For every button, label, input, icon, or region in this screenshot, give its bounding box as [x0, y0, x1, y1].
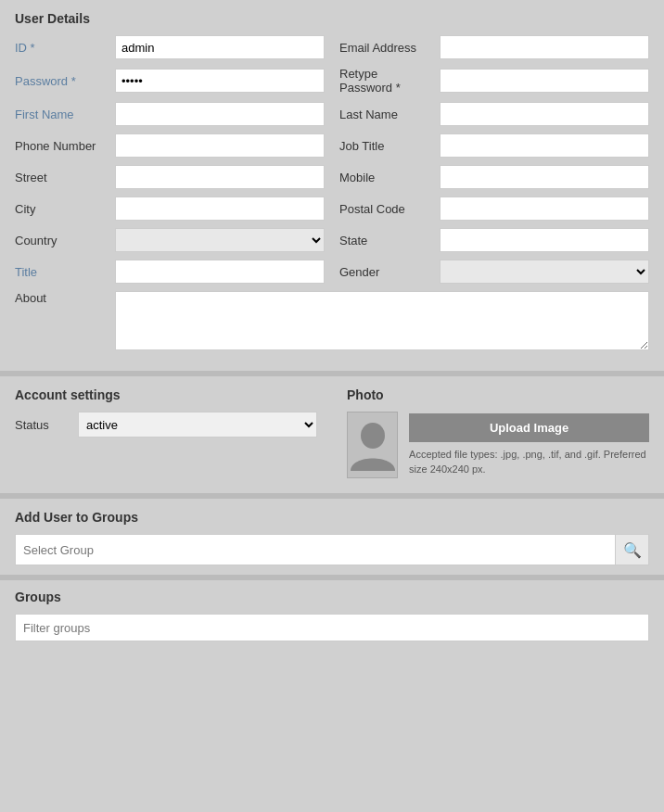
- gender-row: Gender Male Female: [339, 260, 649, 284]
- svg-point-0: [361, 423, 385, 449]
- account-photo-row: Account settings Status active inactive …: [0, 376, 664, 493]
- street-input[interactable]: [115, 165, 325, 189]
- retype-password-row: Retype Password *: [339, 67, 649, 95]
- status-row: Status active inactive pending: [15, 412, 317, 438]
- mobile-label: Mobile: [339, 171, 432, 184]
- user-details-form: ID * Email Address Password * Retype Pas…: [15, 35, 649, 350]
- about-textarea[interactable]: [115, 291, 649, 350]
- status-select[interactable]: active inactive pending: [78, 412, 317, 438]
- lastname-label: Last Name: [339, 108, 432, 121]
- photo-container: Upload Image Accepted file types: .jpg, …: [347, 412, 649, 478]
- title-input[interactable]: [115, 260, 325, 284]
- retype-password-input[interactable]: [440, 69, 649, 93]
- search-icon: 🔍: [623, 541, 642, 559]
- email-row: Email Address: [339, 35, 649, 59]
- retype-password-label: Retype Password *: [339, 67, 432, 95]
- mobile-input[interactable]: [440, 165, 649, 189]
- upload-image-button[interactable]: Upload Image: [409, 413, 649, 442]
- postalcode-input[interactable]: [440, 197, 649, 221]
- password-label: Password *: [15, 74, 108, 88]
- account-settings-title: Account settings: [15, 387, 317, 402]
- jobtitle-row: Job Title: [339, 133, 649, 158]
- title-row: Title: [15, 260, 325, 284]
- jobtitle-input[interactable]: [440, 133, 649, 158]
- photo-title: Photo: [347, 387, 649, 402]
- about-row: About: [15, 291, 649, 350]
- photo-placeholder: [347, 412, 398, 478]
- about-label: About: [15, 291, 108, 305]
- country-select[interactable]: [115, 228, 325, 252]
- postalcode-row: Postal Code: [339, 197, 649, 221]
- id-input[interactable]: [115, 35, 325, 59]
- groups-search-row: 🔍: [15, 534, 649, 565]
- photo-hint: Accepted file types: .jpg, .png, .tif, a…: [409, 448, 649, 476]
- city-label: City: [15, 202, 108, 216]
- firstname-input[interactable]: [115, 102, 325, 126]
- firstname-label: First Name: [15, 108, 108, 121]
- gender-select[interactable]: Male Female: [440, 260, 649, 284]
- status-label: Status: [15, 418, 70, 432]
- id-row: ID *: [15, 35, 325, 59]
- photo-info: Upload Image Accepted file types: .jpg, …: [409, 413, 649, 476]
- mobile-row: Mobile: [339, 165, 649, 189]
- lastname-input[interactable]: [440, 102, 649, 126]
- gender-label: Gender: [339, 265, 432, 279]
- account-settings-section: Account settings Status active inactive …: [0, 376, 332, 493]
- phone-row: Phone Number: [15, 133, 325, 158]
- country-label: Country: [15, 234, 108, 247]
- state-row: State: [339, 228, 649, 252]
- state-label: State: [339, 234, 432, 247]
- user-details-title: User Details: [15, 11, 649, 26]
- lastname-row: Last Name: [339, 102, 649, 126]
- city-row: City: [15, 197, 325, 221]
- street-row: Street: [15, 165, 325, 189]
- password-input[interactable]: [115, 69, 325, 93]
- groups-title: Groups: [15, 590, 649, 604]
- add-groups-title: Add User to Groups: [15, 510, 649, 525]
- user-details-section: User Details ID * Email Address Password…: [0, 0, 664, 365]
- groups-section: Groups: [0, 580, 664, 656]
- phone-label: Phone Number: [15, 139, 108, 153]
- country-row: Country: [15, 228, 325, 252]
- phone-input[interactable]: [115, 133, 325, 158]
- email-input[interactable]: [440, 35, 649, 59]
- photo-section: Photo Upload Image Accepted file types: …: [332, 376, 664, 493]
- email-label: Email Address: [339, 41, 432, 55]
- user-avatar-icon: [351, 419, 395, 471]
- search-group-button[interactable]: 🔍: [615, 535, 648, 565]
- street-label: Street: [15, 171, 108, 184]
- title-label: Title: [15, 265, 108, 279]
- filter-groups-input[interactable]: [15, 614, 649, 641]
- firstname-row: First Name: [15, 102, 325, 126]
- groups-filter-row: [15, 614, 649, 641]
- password-row: Password *: [15, 67, 325, 95]
- id-label: ID *: [15, 41, 108, 55]
- add-user-to-groups-section: Add User to Groups 🔍: [0, 499, 664, 575]
- state-input[interactable]: [440, 228, 649, 252]
- postalcode-label: Postal Code: [339, 202, 432, 216]
- city-input[interactable]: [115, 197, 325, 221]
- jobtitle-label: Job Title: [339, 139, 432, 153]
- select-group-input[interactable]: [16, 535, 615, 565]
